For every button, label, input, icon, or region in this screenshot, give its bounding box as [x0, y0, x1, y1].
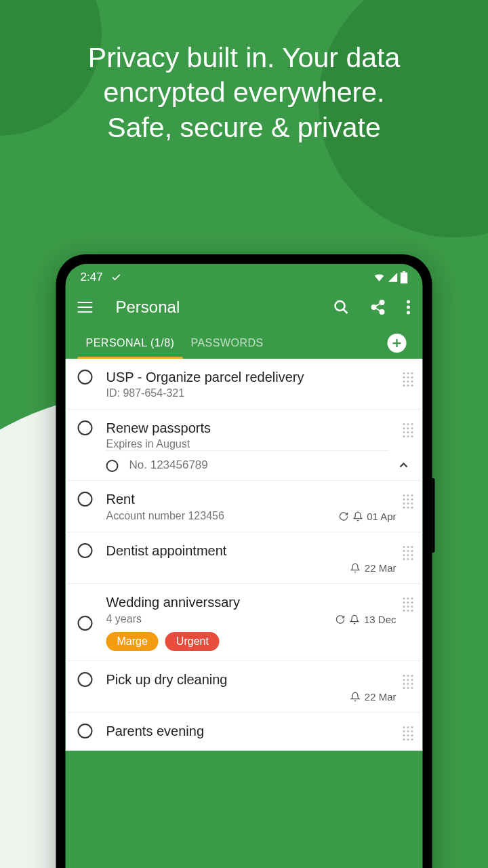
- repeat-icon: [338, 511, 348, 521]
- bell-icon: [352, 511, 363, 521]
- list-item[interactable]: USP - Organize parcel redelivery ID: 987…: [66, 359, 423, 410]
- svg-rect-1: [403, 271, 405, 273]
- tag[interactable]: Marge: [106, 632, 159, 651]
- list-item[interactable]: Rent Account number 123456 01 Apr: [66, 481, 423, 532]
- drag-handle-icon[interactable]: [403, 494, 413, 509]
- checkbox[interactable]: [106, 460, 119, 472]
- add-button[interactable]: [388, 334, 407, 353]
- bell-icon: [350, 692, 361, 702]
- subitem-text: No. 123456789: [129, 458, 208, 472]
- more-icon[interactable]: [407, 300, 411, 315]
- svg-point-2: [336, 301, 345, 311]
- list-item[interactable]: Pick up dry cleaning 22 Mar: [66, 661, 423, 713]
- item-title: Parents evening: [106, 722, 396, 740]
- item-subtitle: Expires in August: [106, 438, 396, 450]
- battery-icon: [401, 271, 408, 283]
- checkbox[interactable]: [78, 543, 93, 558]
- item-subtitle: Account number 123456: [106, 510, 224, 522]
- list-item[interactable]: Renew passports Expires in August: [66, 410, 423, 450]
- bell-icon: [350, 614, 360, 625]
- svg-point-11: [407, 311, 410, 315]
- drag-handle-icon[interactable]: [403, 423, 413, 437]
- page-title: Personal: [116, 298, 333, 317]
- checkbox[interactable]: [78, 724, 93, 738]
- svg-point-5: [372, 305, 376, 309]
- svg-point-4: [380, 300, 384, 304]
- svg-line-7: [375, 304, 380, 307]
- phone-frame: 2:47 Personal PERSONAL (1/8): [56, 254, 432, 868]
- item-meta: 22 Mar: [106, 562, 396, 574]
- drag-handle-icon[interactable]: [403, 597, 413, 612]
- share-icon[interactable]: [370, 299, 386, 315]
- svg-point-9: [407, 300, 410, 304]
- checkbox[interactable]: [78, 492, 93, 507]
- svg-point-6: [380, 310, 384, 314]
- item-title: Renew passports: [106, 419, 396, 437]
- svg-rect-0: [401, 273, 408, 283]
- item-subtitle: ID: 987-654-321: [106, 387, 396, 399]
- tag[interactable]: Urgent: [165, 632, 220, 651]
- item-title: Wedding anniverssary: [106, 593, 396, 611]
- svg-point-10: [407, 306, 410, 309]
- item-title: Pick up dry cleaning: [106, 671, 396, 688]
- list-item[interactable]: Parents evening: [66, 713, 423, 751]
- bell-icon: [350, 563, 361, 573]
- status-time: 2:47: [81, 271, 103, 284]
- menu-button[interactable]: [78, 302, 93, 313]
- wifi-icon: [373, 271, 386, 283]
- promo-headline: Privacy built in. Your data encrypted ev…: [0, 41, 488, 145]
- tab-personal[interactable]: PERSONAL (1/8): [78, 328, 183, 359]
- svg-line-8: [375, 309, 380, 311]
- check-icon: [111, 272, 122, 283]
- status-bar: 2:47: [66, 264, 423, 287]
- item-title: USP - Organize parcel redelivery: [106, 368, 396, 386]
- svg-line-3: [344, 309, 348, 313]
- checkbox[interactable]: [78, 672, 93, 687]
- tab-bar: PERSONAL (1/8) PASSWORDS: [66, 328, 423, 359]
- app-bar: Personal: [66, 287, 423, 328]
- item-title: Dentist appointment: [106, 542, 227, 559]
- list-item[interactable]: Dentist appointment 22 Mar: [66, 532, 423, 584]
- item-meta: 22 Mar: [106, 691, 396, 703]
- drag-handle-icon[interactable]: [403, 546, 413, 560]
- checkbox[interactable]: [78, 420, 93, 435]
- repeat-icon: [336, 614, 346, 625]
- drag-handle-icon[interactable]: [403, 372, 413, 387]
- item-title: Rent: [106, 490, 396, 508]
- drag-handle-icon[interactable]: [403, 675, 413, 689]
- tab-passwords[interactable]: PASSWORDS: [182, 328, 271, 359]
- checkbox[interactable]: [78, 370, 93, 384]
- task-list: USP - Organize parcel redelivery ID: 987…: [66, 359, 423, 751]
- list-item[interactable]: Wedding anniverssary 4 years 13 Dec Marg…: [66, 584, 423, 661]
- drag-handle-icon[interactable]: [403, 726, 413, 741]
- search-icon[interactable]: [333, 299, 350, 315]
- item-meta: 13 Dec: [336, 614, 396, 625]
- signal-icon: [388, 272, 399, 283]
- list-subitem[interactable]: No. 123456789: [66, 450, 423, 481]
- checkbox[interactable]: [78, 616, 93, 631]
- collapse-icon[interactable]: [397, 458, 411, 475]
- item-subtitle: 4 years: [106, 613, 142, 625]
- item-meta: 01 Apr: [338, 511, 396, 522]
